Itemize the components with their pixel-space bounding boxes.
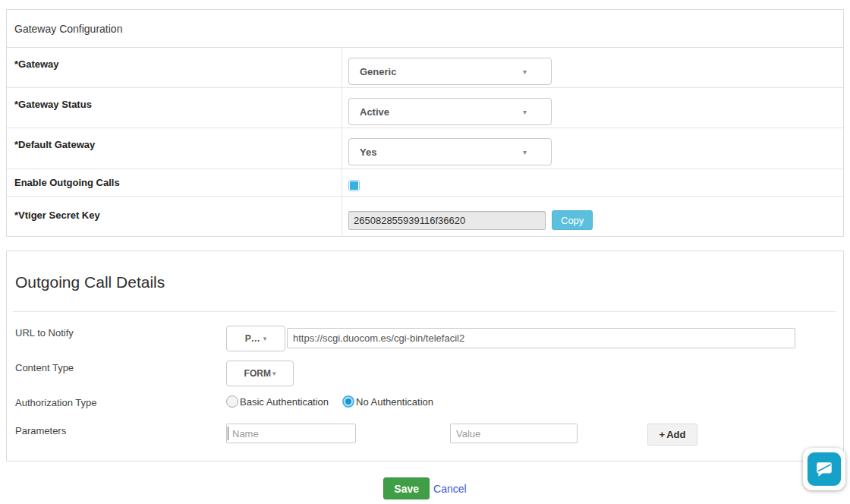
add-button-label: Add	[666, 429, 685, 440]
gateway-select[interactable]: Generic ▾	[348, 58, 552, 85]
parameter-value-input[interactable]	[450, 424, 578, 443]
default-gateway-select[interactable]: Yes ▾	[348, 138, 552, 165]
copy-button[interactable]: Copy	[552, 210, 593, 230]
vtiger-secret-key-label: *Vtiger Secret Key	[7, 197, 342, 237]
gateway-row: *Gateway Generic ▾	[7, 48, 843, 88]
gateway-select-value: Generic	[360, 66, 396, 77]
http-method-value: P…	[245, 333, 260, 344]
url-to-notify-input[interactable]	[287, 328, 795, 348]
gateway-status-row: *Gateway Status Active ▾	[7, 88, 843, 128]
vtiger-secret-key-input[interactable]	[348, 211, 546, 230]
gateway-status-select-value: Active	[360, 106, 389, 118]
chat-launcher[interactable]	[803, 448, 845, 490]
vtiger-secret-key-cell: Copy	[342, 197, 843, 237]
text-cursor	[228, 427, 228, 440]
authorization-options: Basic Authentication No Authentication	[226, 395, 433, 408]
page: Gateway Configuration *Gateway Generic ▾…	[0, 0, 850, 504]
save-button[interactable]: Save	[383, 477, 430, 499]
enable-outgoing-calls-label: Enable Outgoing Calls	[7, 169, 342, 196]
enable-outgoing-calls-checkbox[interactable]	[348, 180, 360, 191]
gateway-label: *Gateway	[7, 48, 342, 87]
default-gateway-row: *Default Gateway Yes ▾	[7, 128, 843, 169]
content-type-select[interactable]: FORM ▾	[226, 361, 294, 386]
default-gateway-control-cell: Yes ▾	[342, 128, 843, 169]
chevron-down-icon: ▾	[523, 68, 527, 76]
divider	[13, 311, 836, 312]
checkbox-checked-fill	[350, 181, 358, 190]
default-gateway-select-value: Yes	[360, 146, 376, 158]
radio-unselected-icon[interactable]	[226, 395, 238, 408]
chevron-down-icon: ▾	[272, 370, 276, 377]
gateway-configuration-panel: Gateway Configuration *Gateway Generic ▾…	[6, 9, 844, 237]
enable-outgoing-calls-row: Enable Outgoing Calls	[7, 169, 843, 197]
vtiger-secret-key-row: *Vtiger Secret Key Copy	[7, 197, 843, 237]
radio-selected-icon[interactable]	[342, 395, 354, 408]
chevron-down-icon: ▾	[263, 335, 267, 342]
footer-actions: Save Cancel	[0, 477, 850, 499]
default-gateway-label: *Default Gateway	[7, 128, 342, 169]
gateway-status-label: *Gateway Status	[7, 88, 342, 128]
parameter-name-input[interactable]	[226, 424, 356, 443]
gateway-status-select[interactable]: Active ▾	[348, 98, 552, 125]
outgoing-call-details-panel: Outgoing Call Details URL to Notify P… ▾…	[6, 250, 844, 461]
gateway-control-cell: Generic ▾	[342, 48, 843, 87]
enable-outgoing-calls-cell	[342, 169, 843, 196]
authorization-type-label: Authorization Type	[15, 397, 96, 408]
basic-authentication-label: Basic Authentication	[240, 396, 329, 408]
add-parameter-button[interactable]: +Add	[647, 424, 697, 446]
chevron-down-icon: ▾	[523, 148, 527, 156]
basic-authentication-option[interactable]: Basic Authentication	[226, 395, 329, 408]
gateway-status-control-cell: Active ▾	[342, 88, 843, 128]
outgoing-call-details-title: Outgoing Call Details	[15, 273, 165, 291]
parameters-label: Parameters	[15, 425, 66, 436]
radio-dot	[345, 398, 351, 405]
plus-icon: +	[660, 429, 666, 440]
no-authentication-label: No Authentication	[356, 396, 433, 408]
content-type-value: FORM	[244, 368, 271, 379]
url-to-notify-label: URL to Notify	[15, 327, 74, 339]
chevron-down-icon: ▾	[523, 108, 527, 116]
no-authentication-option[interactable]: No Authentication	[342, 395, 433, 408]
cancel-link[interactable]: Cancel	[433, 483, 467, 495]
content-type-label: Content Type	[15, 362, 74, 373]
http-method-select[interactable]: P… ▾	[226, 326, 285, 351]
gateway-configuration-title: Gateway Configuration	[7, 10, 843, 48]
chat-bubble-icon	[808, 452, 841, 486]
